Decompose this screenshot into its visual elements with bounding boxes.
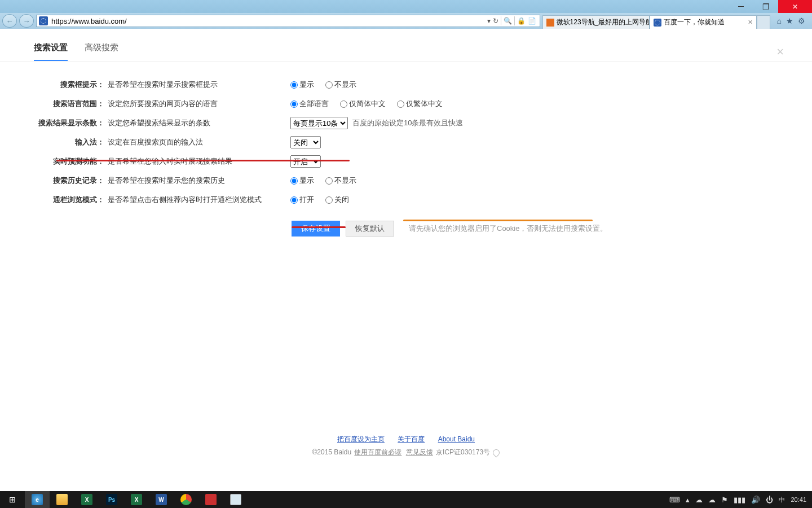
about-baidu-en-link[interactable]: About Baidu bbox=[438, 435, 475, 443]
search-icon[interactable]: 🔍 bbox=[504, 17, 512, 25]
window-minimize-button[interactable] bbox=[729, 0, 753, 13]
refresh-icon[interactable]: ↻ bbox=[493, 17, 498, 25]
row-label: 搜索结果显示条数： bbox=[0, 118, 104, 128]
radio-input[interactable] bbox=[290, 177, 298, 185]
excel-icon: X bbox=[131, 494, 142, 505]
radio-input[interactable] bbox=[325, 81, 333, 89]
volume-icon[interactable]: 🔊 bbox=[751, 496, 760, 504]
settings-form: 搜索框提示： 是否希望在搜索时显示搜索框提示 显示 不显示 搜索语言范围： 设定… bbox=[0, 62, 812, 237]
browser-toolbar: ← → ▾ ↻ 🔍 🔒 📄 微软123导航_最好用的上网导航 百度一下，你就知道… bbox=[0, 13, 812, 29]
tab-close-icon[interactable]: ✕ bbox=[748, 19, 753, 26]
tab-advanced-search[interactable]: 高级搜索 bbox=[85, 42, 118, 61]
ime-indicator[interactable]: 中 bbox=[779, 496, 785, 504]
row-desc: 是否希望在搜索时显示您的搜索历史 bbox=[104, 176, 290, 186]
compat-icon[interactable]: 📄 bbox=[528, 17, 536, 25]
taskbar-notepad[interactable] bbox=[223, 491, 248, 508]
footer-copyright: ©2015 Baidu 使用百度前必读 意见反馈 京ICP证030173号 bbox=[0, 448, 812, 457]
taskbar-photoshop[interactable]: Ps bbox=[99, 491, 124, 508]
lock-icon: 🔒 bbox=[517, 17, 526, 25]
radio-simplified[interactable]: 仅简体中文 bbox=[340, 99, 386, 109]
radio-hide[interactable]: 不显示 bbox=[325, 176, 356, 186]
ime-select[interactable]: 关闭 bbox=[290, 136, 321, 148]
tray-chevron-icon[interactable]: ▴ bbox=[686, 496, 690, 504]
row-search-suggest: 搜索框提示： 是否希望在搜索时显示搜索框提示 显示 不显示 bbox=[0, 75, 812, 94]
radio-show[interactable]: 显示 bbox=[290, 80, 314, 90]
terms-link[interactable]: 使用百度前必读 bbox=[354, 448, 401, 456]
annotation-redline bbox=[292, 226, 346, 228]
url-input[interactable] bbox=[50, 15, 484, 27]
power-icon[interactable]: ⏻ bbox=[766, 496, 773, 504]
back-button[interactable]: ← bbox=[2, 14, 17, 28]
home-icon[interactable]: ⌂ bbox=[777, 16, 782, 25]
address-bar[interactable]: ▾ ↻ 🔍 🔒 📄 bbox=[36, 15, 540, 27]
page-footer: 把百度设为主页 关于百度 About Baidu ©2015 Baidu 使用百… bbox=[0, 435, 812, 457]
taskbar-excel2[interactable]: X bbox=[124, 491, 149, 508]
favorites-icon[interactable]: ★ bbox=[786, 16, 793, 25]
start-button[interactable]: ⊞ bbox=[0, 491, 25, 508]
radio-hide[interactable]: 不显示 bbox=[325, 80, 356, 90]
close-settings-icon[interactable]: × bbox=[776, 45, 784, 59]
row-control: 显示 不显示 bbox=[290, 80, 363, 90]
row-label: 搜索语言范围： bbox=[0, 99, 104, 109]
separator bbox=[501, 16, 501, 25]
app-icon bbox=[205, 494, 217, 505]
taskbar-word[interactable]: W bbox=[149, 491, 174, 508]
taskbar-explorer[interactable] bbox=[50, 491, 74, 508]
clock[interactable]: 20:41 bbox=[791, 496, 806, 503]
save-button[interactable]: 保存设置 bbox=[292, 221, 340, 237]
browser-tabs: 微软123导航_最好用的上网导航 百度一下，你就知道 ✕ bbox=[542, 13, 770, 29]
results-count-select[interactable]: 每页显示10条 bbox=[290, 117, 348, 129]
radio-off[interactable]: 关闭 bbox=[325, 195, 349, 205]
predict-select[interactable]: 开启 bbox=[290, 155, 321, 168]
tab-favicon-icon bbox=[546, 19, 554, 27]
tab-baidu[interactable]: 百度一下，你就知道 ✕ bbox=[650, 15, 757, 29]
radio-show[interactable]: 显示 bbox=[290, 176, 314, 186]
tab-msnav[interactable]: 微软123导航_最好用的上网导航 bbox=[542, 15, 650, 29]
settings-tabs: 搜索设置 高级搜索 × bbox=[0, 29, 812, 62]
row-label: 实时预测功能： bbox=[0, 156, 104, 167]
taskbar-app[interactable] bbox=[198, 491, 223, 508]
about-baidu-link[interactable]: 关于百度 bbox=[398, 435, 425, 443]
taskbar-ie[interactable]: e bbox=[25, 491, 50, 508]
dropdown-icon[interactable]: ▾ bbox=[487, 17, 491, 25]
button-row: 保存设置 恢复默认 请先确认您的浏览器启用了Cookie，否则无法使用搜索设置。 bbox=[292, 221, 812, 237]
set-homepage-link[interactable]: 把百度设为主页 bbox=[337, 435, 385, 443]
tab-favicon-icon bbox=[654, 19, 661, 27]
radio-input[interactable] bbox=[340, 100, 347, 108]
row-desc: 是否希望在您输入时实时展现搜索结果 bbox=[104, 156, 290, 167]
radio-input[interactable] bbox=[325, 177, 333, 185]
feedback-link[interactable]: 意见反馈 bbox=[406, 448, 433, 456]
annotation-orangeline bbox=[403, 220, 593, 221]
wifi-icon[interactable]: ▮▮▮ bbox=[734, 496, 745, 504]
keyboard-icon[interactable]: ⌨ bbox=[669, 496, 680, 504]
taskbar-chrome[interactable] bbox=[174, 491, 198, 508]
excel-icon: X bbox=[81, 494, 92, 505]
restore-default-button[interactable]: 恢复默认 bbox=[346, 221, 394, 237]
row-desc: 设定您所要搜索的网页内容的语言 bbox=[104, 99, 290, 109]
radio-input[interactable] bbox=[325, 196, 333, 204]
window-titlebar bbox=[0, 0, 812, 13]
word-icon: W bbox=[156, 494, 167, 505]
radio-input[interactable] bbox=[290, 81, 298, 89]
forward-button[interactable]: → bbox=[19, 14, 34, 28]
radio-all-lang[interactable]: 全部语言 bbox=[290, 99, 329, 109]
radio-input[interactable] bbox=[397, 100, 404, 108]
radio-input[interactable] bbox=[290, 196, 298, 204]
tab-search-settings[interactable]: 搜索设置 bbox=[34, 42, 68, 61]
flag-icon[interactable]: ⚑ bbox=[721, 496, 728, 504]
taskbar-excel[interactable]: X bbox=[74, 491, 99, 508]
notepad-icon bbox=[230, 494, 241, 505]
radio-on[interactable]: 打开 bbox=[290, 195, 314, 205]
window-close-button[interactable] bbox=[778, 0, 812, 13]
chrome-icon bbox=[180, 494, 192, 505]
window-maximize-button[interactable] bbox=[753, 0, 778, 13]
ps-icon: Ps bbox=[106, 494, 117, 505]
radio-input[interactable] bbox=[290, 100, 298, 108]
cloud-icon[interactable]: ☁ bbox=[708, 496, 716, 504]
page-content: 搜索设置 高级搜索 × 搜索框提示： 是否希望在搜索时显示搜索框提示 显示 不显… bbox=[0, 29, 812, 491]
new-tab-button[interactable] bbox=[757, 15, 770, 29]
onedrive-icon[interactable]: ☁ bbox=[695, 496, 703, 504]
settings-gear-icon[interactable]: ⚙ bbox=[798, 16, 805, 25]
folder-icon bbox=[56, 494, 68, 505]
radio-traditional[interactable]: 仅繁体中文 bbox=[397, 99, 443, 109]
